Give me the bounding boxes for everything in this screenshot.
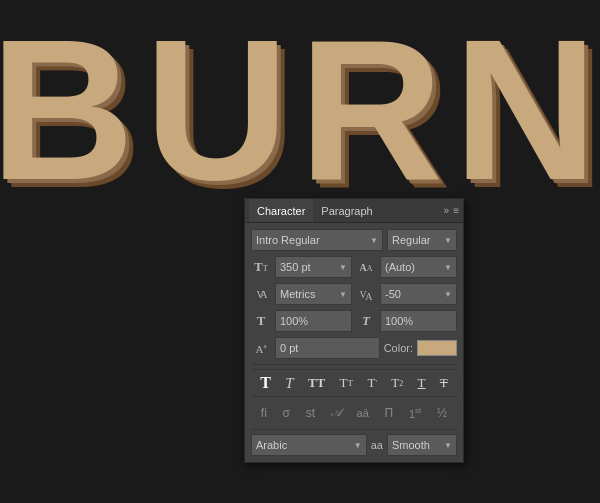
- leading-arrow: ▼: [444, 263, 452, 272]
- anti-alias-dropdown[interactable]: Smooth ▼: [387, 434, 457, 456]
- anti-alias-label: aa: [371, 439, 383, 451]
- tracking-arrow: ▼: [444, 290, 452, 299]
- tracking-value: -50: [385, 288, 401, 300]
- vertical-scale-icon: T: [251, 313, 271, 329]
- ot-A-swash[interactable]: 𝒜: [329, 404, 343, 421]
- font-row: Intro Regular ▼ Regular ▼: [251, 229, 457, 251]
- panel-body: Intro Regular ▼ Regular ▼ TT 350 pt ▼: [245, 223, 463, 462]
- size-leading-row: TT 350 pt ▼ AA (Auto) ▼: [251, 256, 457, 278]
- anti-alias-arrow: ▼: [444, 441, 452, 450]
- glyph-allcaps[interactable]: TT: [305, 374, 328, 392]
- ot-ordinal[interactable]: 1st: [407, 405, 423, 421]
- ot-pi[interactable]: Π: [383, 405, 396, 421]
- horizontal-scale-value: 100%: [385, 315, 413, 327]
- font-style-value: Regular: [392, 234, 431, 246]
- language-value: Arabic: [256, 439, 287, 451]
- glyph-bold[interactable]: T: [257, 373, 274, 393]
- font-size-arrow: ▼: [339, 263, 347, 272]
- font-name-dropdown[interactable]: Intro Regular ▼: [251, 229, 383, 251]
- size-icon: TT: [251, 259, 271, 275]
- vertical-scale-value: 100%: [280, 315, 308, 327]
- ot-sigma[interactable]: σ: [281, 405, 292, 421]
- ot-aa-bar[interactable]: aā: [355, 406, 371, 420]
- baseline-color-row: Aa 0 pt Color:: [251, 337, 457, 359]
- tracking-dropdown[interactable]: -50 ▼: [380, 283, 457, 305]
- font-style-dropdown[interactable]: Regular ▼: [387, 229, 457, 251]
- language-dropdown[interactable]: Arabic ▼: [251, 434, 367, 456]
- leading-dropdown[interactable]: (Auto) ▼: [380, 256, 457, 278]
- glyph-superscript[interactable]: T': [364, 374, 379, 392]
- ot-st[interactable]: st: [304, 405, 317, 421]
- baseline-icon: Aa: [251, 342, 271, 355]
- kerning-icon: VA: [251, 289, 271, 300]
- tab-character[interactable]: Character: [249, 199, 313, 222]
- menu-icon[interactable]: ≡: [453, 205, 459, 216]
- color-label: Color:: [384, 342, 413, 354]
- font-size-value: 350 pt: [280, 261, 311, 273]
- separator-1: [251, 364, 457, 365]
- glyph-smallcaps[interactable]: TT: [337, 374, 356, 392]
- font-name-value: Intro Regular: [256, 234, 320, 246]
- horizontal-scale-icon: T: [356, 313, 376, 329]
- character-panel: Character Paragraph » ≡ Intro Regular ▼ …: [244, 198, 464, 463]
- burn-text: BURN: [0, 10, 600, 210]
- kerning-tracking-row: VA Metrics ▼ VA -50 ▼: [251, 283, 457, 305]
- baseline-field[interactable]: 0 pt: [275, 337, 380, 359]
- canvas-area: BURN Character Paragraph » ≡ Intro Regul…: [0, 0, 600, 503]
- anti-alias-value: Smooth: [392, 439, 430, 451]
- ot-fraction[interactable]: ½: [435, 405, 449, 421]
- opentype-row: fi σ st 𝒜 aā Π 1st ½: [251, 402, 457, 423]
- horizontal-scale-field[interactable]: 100%: [380, 310, 457, 332]
- separator-2: [251, 429, 457, 430]
- kerning-value: Metrics: [280, 288, 315, 300]
- font-style-arrow: ▼: [444, 236, 452, 245]
- bottom-row: Arabic ▼ aa Smooth ▼: [251, 434, 457, 456]
- scale-row: T 100% T 100%: [251, 310, 457, 332]
- glyph-strikethrough[interactable]: T: [437, 374, 451, 392]
- font-name-arrow: ▼: [370, 236, 378, 245]
- font-size-dropdown[interactable]: 350 pt ▼: [275, 256, 352, 278]
- ot-ligature[interactable]: fi: [259, 405, 269, 421]
- language-arrow: ▼: [354, 441, 362, 450]
- tab-paragraph[interactable]: Paragraph: [313, 199, 380, 222]
- leading-icon: AA: [356, 262, 376, 273]
- color-swatch[interactable]: [417, 340, 457, 356]
- panel-tab-icons: » ≡: [444, 205, 459, 216]
- double-arrow-icon[interactable]: »: [444, 205, 450, 216]
- kerning-arrow: ▼: [339, 290, 347, 299]
- leading-value: (Auto): [385, 261, 415, 273]
- glyph-italic[interactable]: T: [282, 374, 296, 393]
- vertical-scale-field[interactable]: 100%: [275, 310, 352, 332]
- kerning-dropdown[interactable]: Metrics ▼: [275, 283, 352, 305]
- glyph-subscript[interactable]: T2: [388, 374, 406, 392]
- baseline-value: 0 pt: [280, 342, 298, 354]
- glyph-underline[interactable]: T: [415, 374, 429, 392]
- tracking-icon: VA: [356, 289, 376, 300]
- panel-tabs: Character Paragraph » ≡: [245, 199, 463, 223]
- glyphs-row: T T TT TT T' T2 T T: [251, 369, 457, 397]
